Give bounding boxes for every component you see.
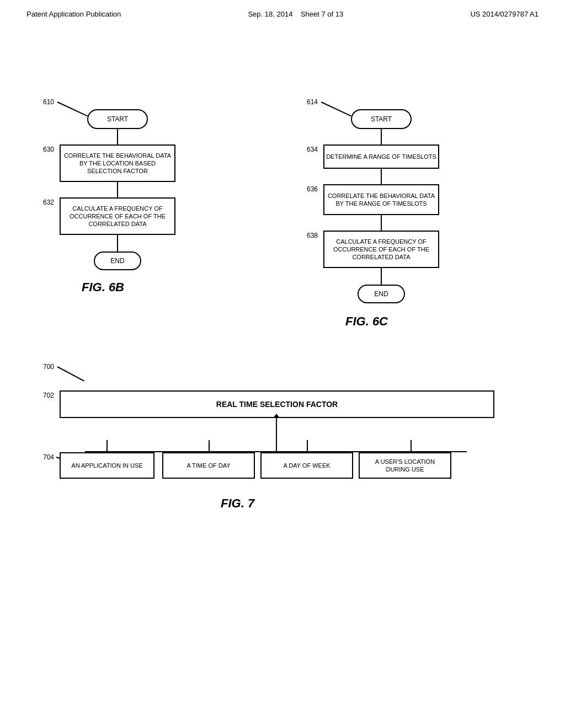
fig6b-node632: CALCULATE A FREQUENCY OFOCCURRENCE OF EA… (60, 197, 175, 235)
fig7-vert708 (307, 440, 308, 452)
fig6c-arrow2 (381, 169, 382, 185)
fig6c-label-634: 634 (307, 146, 318, 153)
fig7-node704: AN APPLICATION IN USE (60, 452, 154, 479)
fig6c-arrow1 (381, 129, 382, 146)
fig6c-arrow4 (381, 268, 382, 285)
fig7-node708: A DAY OF WEEK (260, 452, 353, 479)
fig6c-caption: FIG. 6C (345, 314, 388, 329)
fig6b-end: END (94, 251, 141, 270)
fig6c-node636: CORRELATE THE BEHAVIORAL DATABY THE RANG… (323, 184, 439, 215)
fig6c-arrow3 (381, 215, 382, 232)
fig7-node706: A TIME OF DAY (162, 452, 255, 479)
fig6b-arrow3 (117, 235, 118, 251)
header-left: Patent Application Publication (26, 10, 121, 18)
fig6c-arrow-diag (321, 101, 351, 116)
fig6c-label-638: 638 (307, 232, 318, 239)
fig6c-label-614: 614 (307, 98, 318, 106)
fig6b-label-630: 630 (43, 146, 54, 153)
fig6b-arrow-diag (57, 101, 88, 116)
fig6b-arrow2 (117, 182, 118, 199)
header-right: US 2014/0279787 A1 (470, 10, 539, 18)
fig7-vert-main (276, 418, 277, 451)
fig6b-caption: FIG. 6B (82, 280, 124, 295)
fig7-node710: A USER'S LOCATION DURING USE (359, 452, 451, 479)
fig6c-node634: DETERMINE A RANGE OF TIMESLOTS (323, 144, 439, 169)
fig7-vert710 (411, 440, 412, 452)
fig6b-label-632: 632 (43, 199, 54, 206)
fig7-label-704: 704 (43, 453, 54, 461)
fig6b-node630: CORRELATE THE BEHAVIORAL DATABY THE LOCA… (60, 144, 175, 182)
fig7-label-702: 702 (43, 392, 54, 399)
fig7-vert706 (209, 440, 210, 452)
fig6c-label-636: 636 (307, 185, 318, 193)
fig6c-node638: CALCULATE A FREQUENCY OFOCCURRENCE OF EA… (323, 231, 439, 268)
fig7-vert704 (106, 440, 108, 452)
fig6c-end: END (358, 285, 405, 303)
header-middle: Sep. 18, 2014 Sheet 7 of 13 (248, 10, 343, 18)
diagram-area: 610 START 630 CORRELATE THE BEHAVIORAL D… (0, 33, 565, 728)
fig6b-label-610: 610 (43, 98, 54, 106)
fig6b-start: START (87, 109, 148, 129)
page-header: Patent Application Publication Sep. 18, … (0, 0, 565, 24)
fig6c-start: START (351, 109, 412, 129)
fig7-label-700: 700 (43, 363, 54, 371)
fig6b-arrow1 (117, 129, 118, 146)
fig7-arrow-diag (57, 366, 85, 382)
fig7-caption: FIG. 7 (221, 496, 254, 511)
